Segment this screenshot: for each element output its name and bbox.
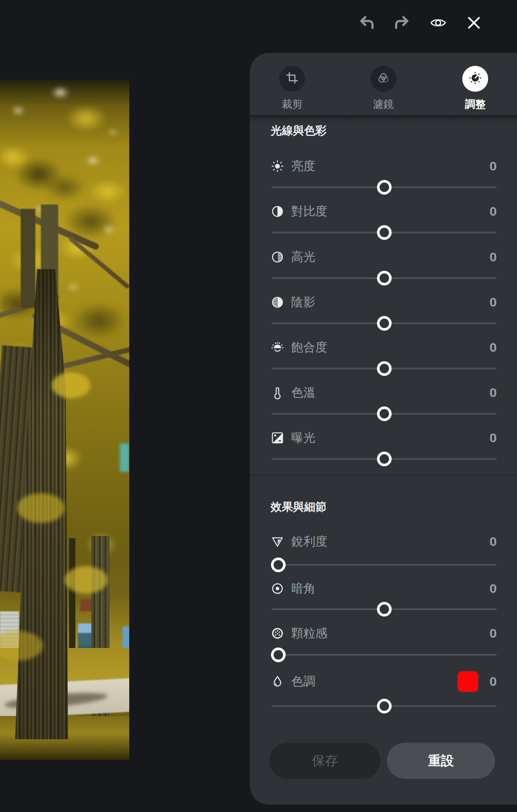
section-title-effects-details: 效果與細節 — [271, 499, 327, 514]
highlights-icon — [271, 250, 284, 264]
exposure-icon — [271, 431, 284, 445]
brightness-icon — [271, 159, 284, 173]
adjustment-row-shadows: 陰影0 — [271, 294, 497, 310]
tone-icon — [271, 675, 284, 688]
highlights-slider-thumb[interactable] — [377, 271, 392, 285]
undo-button[interactable] — [357, 13, 377, 34]
tab-filters[interactable]: 濾鏡 — [353, 66, 414, 111]
tone-label: 色調 — [291, 673, 315, 690]
adjustment-row-contrast: 對比度0 — [271, 204, 497, 219]
highlights-slider[interactable] — [271, 270, 497, 286]
tone-color-swatch[interactable] — [458, 671, 478, 692]
saturation-label: 飽合度 — [291, 339, 327, 356]
grain-icon — [271, 626, 284, 640]
tone-slider-thumb[interactable] — [377, 699, 392, 713]
brightness-slider[interactable] — [271, 180, 497, 195]
contrast-icon — [271, 205, 284, 218]
sharpness-slider[interactable] — [271, 557, 497, 573]
adjustment-row-saturation: 飽合度0 — [271, 340, 497, 355]
temperature-label: 色溫 — [291, 384, 315, 401]
tone-value: 0 — [489, 674, 497, 689]
sharpness-slider-thumb[interactable] — [271, 558, 286, 572]
tab-adjust[interactable]: 調整 — [445, 66, 505, 111]
highlights-label: 高光 — [291, 249, 315, 265]
brightness-slider-thumb[interactable] — [377, 180, 392, 195]
reset-button-label: 重設 — [428, 752, 454, 770]
grain-value: 0 — [489, 626, 497, 641]
content-top-shadow — [250, 115, 517, 122]
save-button-label: 保存 — [312, 752, 338, 770]
vignette-label: 暗角 — [291, 580, 315, 597]
shadows-value: 0 — [489, 295, 497, 310]
shadows-slider[interactable] — [271, 316, 497, 331]
adjustment-row-temperature: 色溫0 — [271, 385, 497, 400]
preview-button[interactable] — [428, 13, 448, 34]
save-button[interactable]: 保存 — [269, 743, 380, 779]
temperature-icon — [271, 386, 284, 400]
crop-icon — [279, 66, 305, 92]
brightness-label: 亮度 — [291, 158, 315, 174]
shadows-label: 陰影 — [291, 294, 315, 310]
vignette-slider[interactable] — [271, 601, 497, 617]
sharpness-label: 銳利度 — [291, 533, 327, 550]
shadows-slider-thumb[interactable] — [377, 316, 392, 331]
adjustment-row-brightness: 亮度0 — [271, 158, 497, 174]
reset-button[interactable]: 重設 — [387, 743, 495, 779]
temperature-value: 0 — [489, 385, 497, 400]
adjustment-row-grain: 顆粒感0 — [271, 626, 497, 641]
exposure-label: 曝光 — [291, 430, 315, 446]
contrast-slider[interactable] — [271, 225, 497, 240]
redo-icon — [393, 14, 410, 33]
tab-adjust-label: 調整 — [465, 97, 486, 111]
exposure-slider[interactable] — [271, 451, 497, 467]
tab-filters-label: 濾鏡 — [373, 97, 394, 111]
exposure-value: 0 — [489, 431, 497, 445]
preview-eye-icon — [430, 14, 447, 33]
filters-icon — [371, 66, 396, 92]
grain-label: 顆粒感 — [291, 625, 327, 642]
contrast-label: 對比度 — [291, 203, 327, 220]
temperature-slider[interactable] — [271, 406, 497, 421]
exposure-slider-thumb[interactable] — [377, 452, 392, 466]
saturation-slider-thumb[interactable] — [377, 361, 392, 376]
contrast-slider-thumb[interactable] — [377, 225, 392, 240]
brightness-value: 0 — [489, 159, 497, 174]
contrast-value: 0 — [489, 204, 497, 219]
saturation-slider[interactable] — [271, 361, 497, 376]
shadows-icon — [271, 295, 284, 309]
undo-icon — [358, 14, 376, 33]
adjustment-row-vignette: 暗角0 — [271, 581, 497, 596]
section-title-light-color: 光線與色彩 — [271, 123, 327, 138]
adjustment-row-exposure: 曝光0 — [271, 430, 497, 446]
sharpness-icon — [271, 535, 284, 549]
grain-slider-track — [271, 654, 497, 656]
vignette-value: 0 — [489, 581, 497, 596]
grain-slider-thumb[interactable] — [271, 648, 286, 662]
tone-slider[interactable] — [271, 698, 497, 714]
sharpness-slider-track — [271, 564, 497, 566]
photo-editor-app: 裁剪 濾鏡 調整 光線與色彩 亮度0對比度0高光0陰影0飽合度0色溫0曝光0銳利… — [0, 0, 517, 812]
adjustment-row-tone: 色調0 — [271, 674, 497, 689]
tab-crop[interactable]: 裁剪 — [262, 66, 322, 111]
adjust-icon — [462, 66, 488, 92]
temperature-slider-thumb[interactable] — [377, 406, 392, 421]
highlights-value: 0 — [489, 250, 497, 264]
section-divider — [250, 475, 517, 476]
saturation-icon — [271, 341, 284, 354]
tab-crop-label: 裁剪 — [282, 97, 302, 111]
close-button[interactable] — [464, 13, 484, 34]
photo-canvas — [0, 80, 129, 760]
adjustment-panel: 裁剪 濾鏡 調整 光線與色彩 亮度0對比度0高光0陰影0飽合度0色溫0曝光0銳利… — [250, 53, 517, 805]
saturation-value: 0 — [489, 340, 497, 355]
adjustment-row-sharpness: 銳利度0 — [271, 534, 497, 549]
vignette-icon — [271, 582, 284, 595]
sharpness-value: 0 — [489, 534, 497, 549]
close-icon — [465, 14, 483, 33]
vignette-slider-thumb[interactable] — [377, 602, 392, 617]
redo-button[interactable] — [391, 13, 412, 34]
adjustment-row-highlights: 高光0 — [271, 249, 497, 265]
grain-slider[interactable] — [271, 647, 497, 663]
